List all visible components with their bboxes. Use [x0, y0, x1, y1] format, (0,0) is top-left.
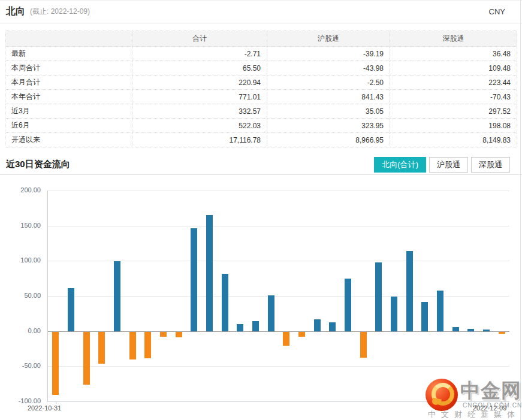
flow-bar[interactable] [252, 321, 259, 331]
table-row: 本月合计 220.94 -2.50 223.44 [5, 75, 517, 90]
cell-shenzhen: 36.48 [390, 47, 517, 61]
y-axis-tick-label: 100.00 [4, 256, 41, 264]
table-header-row: 合计 沪股通 深股通 [5, 31, 517, 47]
tab-northbound-total[interactable]: 北向(合计) [374, 157, 426, 173]
tab-shenzhen-connect[interactable]: 深股通 [471, 157, 510, 173]
flow-bar[interactable] [98, 332, 105, 364]
row-label: 最新 [5, 47, 132, 61]
flow-bar[interactable] [437, 291, 443, 331]
row-label: 开通以来 [5, 133, 132, 147]
cell-shenzhen: 223.44 [390, 75, 517, 90]
row-label: 本周合计 [5, 61, 132, 75]
y-axis-tick-label: -50.00 [4, 362, 41, 369]
gridline [48, 191, 509, 191]
cell-shenzhen: -70.43 [390, 90, 517, 104]
flow-bar[interactable] [283, 332, 289, 346]
flow-bar[interactable] [222, 274, 228, 331]
cell-total: 771.01 [132, 90, 267, 104]
cell-total: 220.94 [132, 75, 267, 90]
x-axis-label-end: 2022-12-09 [473, 404, 506, 412]
y-axis-tick-label: 200.00 [4, 186, 41, 194]
table-row: 近3月 332.57 35.05 297.52 [5, 104, 517, 119]
flow-bar[interactable] [298, 332, 305, 337]
cell-total: 65.50 [132, 61, 267, 75]
flow-bar[interactable] [375, 262, 382, 331]
chart-tabs: 北向(合计) 沪股通 深股通 [374, 157, 516, 173]
column-header-total: 合计 [132, 31, 267, 47]
column-header-blank [5, 31, 132, 47]
flow-bar[interactable] [237, 324, 243, 331]
cngold-logo-icon [426, 379, 458, 411]
flow-bar[interactable] [360, 332, 367, 358]
flow-bar[interactable] [83, 332, 90, 385]
row-label: 近6月 [5, 119, 132, 133]
capital-flow-bar-chart: 200.00150.00100.0050.000.00-50.00-100.00… [0, 175, 522, 420]
flow-bar[interactable] [268, 295, 274, 331]
flow-bar[interactable] [499, 332, 505, 334]
y-axis-tick-label: -100.00 [4, 397, 41, 404]
x-axis-label-start: 2022-10-31 [28, 404, 61, 412]
cell-shanghai: -39.19 [267, 47, 390, 61]
currency-label: CNY [489, 7, 516, 16]
chart-plot [47, 191, 509, 402]
cell-shanghai: -43.98 [267, 61, 390, 75]
flow-bar[interactable] [176, 332, 182, 337]
y-axis-tick-label: 150.00 [4, 222, 41, 229]
flow-bar[interactable] [467, 329, 474, 331]
watermark-brand: 中金网 [460, 377, 521, 404]
header: 北向 (截止: 2022-12-09) CNY [0, 1, 522, 23]
flow-bar[interactable] [345, 279, 351, 331]
cell-shanghai: -2.50 [267, 75, 390, 90]
flow-bar[interactable] [483, 330, 490, 331]
cell-shenzhen: 297.52 [390, 104, 517, 119]
flow-bar[interactable] [68, 288, 74, 331]
cell-shanghai: 323.95 [267, 119, 390, 133]
flow-bar[interactable] [421, 302, 428, 331]
zero-line [48, 331, 509, 332]
gridline [48, 226, 509, 226]
flow-bar[interactable] [314, 319, 321, 331]
flow-bar[interactable] [160, 332, 167, 337]
flow-bar[interactable] [191, 228, 197, 331]
cell-shanghai: 8,966.95 [267, 133, 390, 147]
cell-total: 332.57 [132, 104, 267, 119]
as-of-date: (截止: 2022-12-09) [30, 7, 90, 17]
flow-bar[interactable] [329, 322, 336, 331]
cell-total: 17,116.78 [132, 133, 267, 147]
y-axis-tick-label: 50.00 [4, 292, 41, 299]
cell-total: -2.71 [132, 47, 267, 61]
table-row: 近6月 522.03 323.95 198.08 [5, 119, 517, 133]
cell-shanghai: 35.05 [267, 104, 390, 119]
flow-bar[interactable] [452, 327, 459, 331]
y-axis-tick-label: 0.00 [4, 327, 41, 334]
row-label: 本年合计 [5, 90, 132, 104]
x-axis-tick [56, 401, 56, 404]
cell-shanghai: 841.43 [267, 90, 390, 104]
flow-bar[interactable] [52, 332, 59, 395]
flow-bar[interactable] [406, 251, 413, 331]
cell-shenzhen: 8,149.83 [390, 133, 517, 147]
cell-shenzhen: 198.08 [390, 119, 517, 133]
tab-shanghai-connect[interactable]: 沪股通 [429, 157, 468, 173]
chart-section-title: 近30日资金流向 [6, 159, 70, 170]
flow-bar[interactable] [144, 332, 151, 358]
cell-shenzhen: 109.48 [390, 61, 517, 75]
cell-total: 522.03 [132, 119, 267, 133]
row-label: 近3月 [5, 104, 132, 119]
column-header-shenzhen: 深股通 [390, 31, 517, 47]
flow-bar[interactable] [206, 215, 213, 331]
northbound-summary-table: 合计 沪股通 深股通 最新 -2.71 -39.19 36.48 本周合计 65… [5, 31, 517, 147]
column-header-shanghai: 沪股通 [267, 31, 390, 47]
row-label: 本月合计 [5, 75, 132, 90]
chart-section-header: 近30日资金流向 北向(合计) 沪股通 深股通 [0, 155, 522, 175]
flow-bar[interactable] [129, 332, 136, 359]
flow-bar[interactable] [114, 261, 120, 331]
gridline [48, 366, 509, 367]
table-row: 最新 -2.71 -39.19 36.48 [5, 47, 517, 61]
table-row: 本年合计 771.01 841.43 -70.43 [5, 90, 517, 104]
page-title: 北向 [6, 5, 25, 18]
table-row: 开通以来 17,116.78 8,966.95 8,149.83 [5, 133, 517, 147]
table-row: 本周合计 65.50 -43.98 109.48 [5, 61, 517, 75]
flow-bar[interactable] [391, 297, 397, 331]
